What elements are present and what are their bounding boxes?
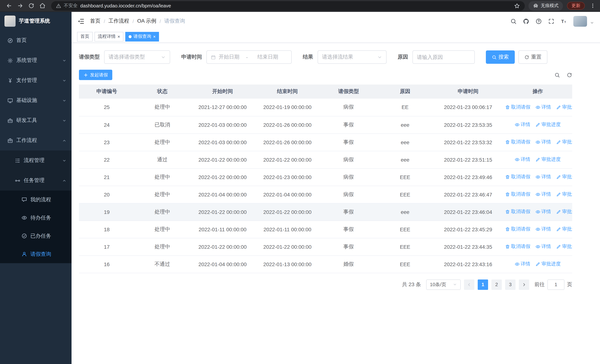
cancel-leave-link[interactable]: 取消请假	[505, 191, 530, 198]
approval-progress-link[interactable]: 审批进度	[556, 174, 572, 180]
toggle-search-icon[interactable]	[554, 72, 560, 78]
cell-start: 2022-01-03 00:00:00	[190, 116, 255, 133]
browser-menu-button[interactable]	[589, 1, 596, 10]
sidebar-item-payment-mgmt[interactable]: 支付管理	[0, 70, 72, 90]
page-button-1[interactable]: 1	[478, 279, 488, 290]
approval-progress-link[interactable]: 审批进度	[556, 243, 572, 250]
detail-link[interactable]: 详情	[515, 261, 530, 267]
back-button[interactable]	[4, 1, 14, 10]
detail-link[interactable]: 详情	[535, 104, 551, 111]
detail-link[interactable]: 详情	[535, 243, 551, 250]
home-button[interactable]	[37, 1, 47, 10]
detail-link[interactable]: 详情	[535, 139, 551, 146]
sidebar-item-label: 首页	[16, 37, 27, 44]
cancel-leave-link[interactable]: 取消请假	[505, 174, 530, 180]
approval-progress-link[interactable]: 审批进度	[535, 156, 561, 163]
search-icon[interactable]	[510, 18, 517, 24]
sidebar-collapse-icon[interactable]	[77, 18, 84, 25]
avatar-caret-icon[interactable]	[590, 20, 594, 25]
sidebar-item-system-mgmt[interactable]: 系统管理	[0, 50, 72, 70]
date-range-picker[interactable]: 开始日期 - 结束日期	[206, 50, 292, 64]
cell-start: 2022-01-04 00:00:00	[190, 186, 255, 203]
approval-progress-link[interactable]: 审批进度	[535, 121, 561, 128]
sidebar-item-leave-query[interactable]: 请假查询	[0, 245, 72, 263]
search-button[interactable]: 搜索	[486, 50, 515, 64]
tab-close-icon[interactable]: ×	[117, 34, 120, 39]
security-warning-icon[interactable]	[56, 3, 61, 8]
app-title: 芋道管理系统	[19, 18, 50, 24]
page-button-3[interactable]: 3	[505, 279, 516, 290]
sidebar-item-workflow[interactable]: 工作流程	[0, 131, 72, 150]
font-size-icon[interactable]	[561, 18, 567, 24]
detail-link[interactable]: 详情	[515, 156, 530, 163]
goto-page-input[interactable]	[547, 279, 564, 290]
bookmark-star-icon[interactable]	[514, 3, 520, 9]
cancel-leave-label: 取消请假	[511, 174, 530, 180]
detail-link[interactable]: 详情	[535, 208, 551, 215]
sidebar-item-process-mgmt[interactable]: 流程管理	[0, 150, 72, 170]
tab-leave-query[interactable]: 请假查询 ×	[125, 32, 159, 41]
cancel-leave-link[interactable]: 取消请假	[505, 208, 530, 215]
sidebar-item-task-mgmt[interactable]: 任务管理	[0, 170, 72, 191]
sidebar-item-done-tasks[interactable]: 已办任务	[0, 227, 72, 245]
page-size-select[interactable]: 10条/页	[426, 279, 461, 290]
detail-link[interactable]: 详情	[535, 174, 551, 180]
url-text[interactable]: dashboard.yudao.iocoder.cn/bpm/oa/leave	[80, 3, 171, 9]
monitor-icon	[7, 98, 13, 103]
cell-end: 2022-01-13 00:00:00	[255, 255, 320, 273]
select-placeholder: 请选择流结果	[322, 54, 353, 60]
next-page-button[interactable]	[519, 279, 529, 290]
breadcrumb-item-home[interactable]: 首页	[90, 18, 100, 24]
breadcrumb-item-workflow[interactable]: 工作流程	[108, 18, 129, 24]
edit-icon	[556, 140, 561, 145]
github-icon[interactable]	[523, 18, 529, 24]
reason-input[interactable]	[412, 50, 475, 64]
approval-progress-link[interactable]: 审批进度	[535, 261, 561, 267]
url-bar[interactable]: 不安全 dashboard.yudao.iocoder.cn/bpm/oa/le…	[51, 1, 525, 10]
reset-button[interactable]: 重置	[518, 50, 547, 64]
sidebar-item-my-processes[interactable]: 我的流程	[0, 191, 72, 209]
page-button-2[interactable]: 2	[491, 279, 502, 290]
approval-progress-link[interactable]: 审批进度	[556, 139, 572, 146]
sidebar-item-todo-tasks[interactable]: 待办任务	[0, 209, 72, 227]
forward-button[interactable]	[15, 1, 25, 10]
approval-progress-link[interactable]: 审批进度	[556, 226, 572, 233]
breadcrumb-item-oa-example[interactable]: OA 示例	[137, 18, 156, 24]
approval-progress-link[interactable]: 审批进度	[556, 104, 572, 111]
detail-link[interactable]: 详情	[535, 191, 551, 198]
create-leave-button[interactable]: 发起请假	[79, 70, 112, 80]
help-icon[interactable]	[535, 18, 542, 24]
tab-close-icon[interactable]: ×	[153, 34, 156, 39]
detail-label: 详情	[542, 139, 551, 146]
approval-progress-link[interactable]: 审批进度	[556, 208, 572, 215]
leave-type-select[interactable]: 请选择请假类型	[104, 50, 170, 64]
tab-process-detail[interactable]: 流程详情 ×	[94, 32, 123, 41]
cell-type: 病假	[320, 168, 377, 186]
tab-home[interactable]: 首页	[77, 32, 93, 41]
cancel-leave-link[interactable]: 取消请假	[505, 243, 530, 250]
cancel-leave-link[interactable]: 取消请假	[505, 139, 530, 146]
security-label[interactable]: 不安全	[64, 3, 78, 9]
prev-page-button[interactable]	[464, 279, 474, 290]
approval-progress-link[interactable]: 审批进度	[556, 191, 572, 198]
cancel-leave-link[interactable]: 取消请假	[505, 226, 530, 233]
fullscreen-icon[interactable]	[548, 18, 554, 24]
cell-reason: eee	[377, 203, 433, 221]
sidebar-item-infrastructure[interactable]: 基础设施	[0, 90, 72, 111]
trash-icon	[505, 227, 510, 232]
sidebar-item-home[interactable]: 首页	[0, 30, 72, 50]
detail-link[interactable]: 详情	[535, 226, 551, 233]
refresh-table-icon[interactable]	[567, 72, 572, 78]
tab-label: 流程详情	[98, 33, 116, 40]
reload-button[interactable]	[26, 1, 36, 10]
goto-unit: 页	[567, 281, 572, 288]
detail-link[interactable]: 详情	[515, 121, 530, 128]
cancel-leave-link[interactable]: 取消请假	[505, 104, 530, 111]
leave-type-label: 请假类型	[79, 54, 100, 60]
user-avatar[interactable]	[573, 16, 587, 27]
approval-progress-label: 审批进度	[542, 121, 561, 128]
sidebar-item-dev-tools[interactable]: 研发工具	[0, 111, 72, 131]
result-select[interactable]: 请选择流结果	[318, 50, 386, 64]
detail-label: 详情	[542, 226, 551, 233]
update-button[interactable]: 更新	[567, 2, 585, 10]
